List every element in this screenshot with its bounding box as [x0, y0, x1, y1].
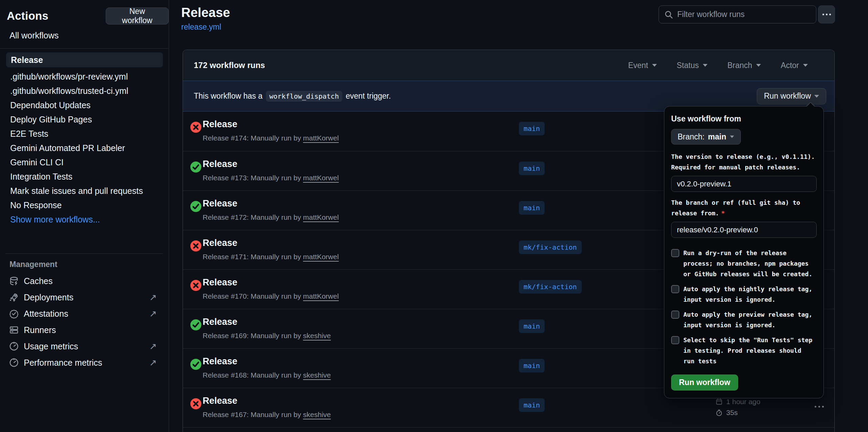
main-content: Release release.yml 172 workflow runs Ev… — [169, 0, 868, 432]
page-kebab-menu-button[interactable] — [818, 5, 835, 23]
run-success-icon — [190, 319, 202, 331]
filter-dropdown-event[interactable]: Event — [628, 61, 657, 70]
filter-dropdown-actor[interactable]: Actor — [781, 61, 808, 70]
sidebar-item-performance-metrics[interactable]: Performance metrics↗ — [0, 354, 168, 371]
run-description: Release #170: Manually run by mattKorwel — [203, 292, 339, 300]
version-field-label: The version to release (e.g., v0.1.11). … — [671, 151, 817, 172]
show-more-workflows-link[interactable]: Show more workflows... — [0, 212, 168, 227]
runs-filters: EventStatusBranchActor — [628, 61, 808, 70]
ref-input[interactable] — [671, 222, 817, 238]
run-title-link[interactable]: Release — [203, 356, 237, 367]
external-link-icon: ↗ — [149, 289, 157, 305]
filter-workflow-runs-input[interactable] — [677, 10, 811, 19]
run-actor-link[interactable]: skeshive — [303, 411, 331, 418]
sidebar-item-label: Usage metrics — [24, 338, 78, 354]
banner-text: This workflow has a workflow_dispatch ev… — [194, 91, 391, 102]
run-title-link[interactable]: Release — [203, 277, 237, 288]
sidebar-item-usage-metrics[interactable]: Usage metrics↗ — [0, 338, 168, 354]
run-description: Release #173: Manually run by mattKorwel — [203, 174, 339, 182]
run-failure-icon — [190, 121, 202, 133]
run-title-link[interactable]: Release — [203, 198, 237, 209]
sidebar-item-label: Runners — [24, 322, 56, 338]
branch-label[interactable]: main — [519, 359, 545, 372]
sidebar-item-runners[interactable]: Runners — [0, 322, 168, 338]
sidebar-item-gemini-cli-ci[interactable]: Gemini CLI CI — [0, 155, 168, 169]
run-workflow-submit-button[interactable]: Run workflow — [671, 375, 738, 391]
checkbox-2[interactable] — [671, 285, 679, 293]
actions-page: Actions New workflow All workflows Relea… — [0, 0, 868, 432]
run-actor-link[interactable]: mattKorwel — [303, 174, 339, 182]
sidebar-item-release[interactable]: Release — [6, 52, 163, 67]
sidebar-item-dependabot-updates[interactable]: Dependabot Updates — [0, 98, 168, 112]
run-failure-icon — [190, 279, 202, 292]
sidebar-item-github-workflows-trusted-ci-yml[interactable]: .github/workflows/trusted-ci.yml — [0, 84, 168, 98]
sidebar-item-gemini-automated-pr-labeler[interactable]: Gemini Automated PR Labeler — [0, 141, 168, 155]
checkbox-label: Auto apply the preview release tag, inpu… — [679, 309, 814, 330]
run-success-icon — [190, 358, 202, 370]
run-workflow-dropdown-button[interactable]: Run workflow — [757, 88, 826, 104]
version-input[interactable] — [671, 176, 817, 192]
sidebar-item-caches[interactable]: Caches — [0, 273, 168, 289]
run-actor-link[interactable]: skeshive — [303, 332, 331, 339]
checkbox-label: Run a dry-run of the release process; no… — [679, 248, 814, 279]
run-description: Release #168: Manually run by skeshive — [203, 371, 331, 379]
run-description: Release #171: Manually run by mattKorwel — [203, 253, 339, 261]
run-failure-icon — [190, 240, 202, 252]
rocket-icon — [9, 292, 19, 302]
run-meta: 1 hour ago35s — [715, 396, 760, 418]
calendar-icon — [715, 398, 723, 405]
run-actor-link[interactable]: mattKorwel — [303, 292, 339, 300]
chevron-down-icon — [814, 95, 819, 98]
branch-select-button[interactable]: Branch:main — [671, 129, 741, 145]
run-title-link[interactable]: Release — [203, 119, 237, 130]
chevron-down-icon — [803, 64, 808, 67]
checkbox-3[interactable] — [671, 311, 679, 319]
run-description: Release #174: Manually run by mattKorwel — [203, 134, 339, 142]
run-actor-link[interactable]: skeshive — [303, 371, 331, 379]
management-heading: Management — [10, 260, 57, 269]
run-actor-link[interactable]: mattKorwel — [303, 213, 339, 221]
checkbox-label: Select to skip the "Run Tests" step in t… — [679, 335, 814, 366]
verified-icon — [9, 309, 19, 319]
sidebar-item-e2e-tests[interactable]: E2E Tests — [0, 127, 168, 141]
sidebar-item-label: Attestations — [24, 305, 68, 322]
branch-label[interactable]: main — [519, 398, 545, 412]
branch-label[interactable]: main — [519, 319, 545, 333]
run-title-link[interactable]: Release — [203, 159, 237, 169]
branch-label[interactable]: mk/fix-action — [519, 240, 582, 254]
new-workflow-button[interactable]: New workflow — [106, 7, 169, 24]
runs-panel-header: 172 workflow runs EventStatusBranchActor — [183, 50, 834, 81]
run-actor-link[interactable]: mattKorwel — [303, 253, 339, 261]
filter-dropdown-status[interactable]: Status — [677, 61, 708, 70]
run-kebab-menu-button[interactable] — [812, 403, 827, 410]
run-actor-link[interactable]: mattKorwel — [303, 134, 339, 142]
workflow-nav: Release.github/workflows/pr-review.yml.g… — [0, 51, 168, 227]
filter-dropdown-branch[interactable]: Branch — [727, 61, 761, 70]
checkbox-4[interactable] — [671, 336, 679, 344]
dialog-checkbox-row: Run a dry-run of the release process; no… — [671, 248, 817, 279]
sidebar-item-all-workflows[interactable]: All workflows — [10, 31, 58, 40]
dialog-title: Use workflow from — [671, 114, 817, 123]
sidebar-item-no-response[interactable]: No Response — [0, 198, 168, 212]
branch-label[interactable]: main — [519, 122, 545, 135]
workflow-file-link[interactable]: release.yml — [181, 22, 221, 32]
chevron-down-icon — [703, 64, 708, 67]
sidebar-item-deployments[interactable]: Deployments↗ — [0, 289, 168, 305]
sidebar-item-deploy-github-pages[interactable]: Deploy GitHub Pages — [0, 112, 168, 127]
dialog-checkbox-row: Auto apply the preview release tag, inpu… — [671, 309, 817, 330]
sidebar-item-github-workflows-pr-review-yml[interactable]: .github/workflows/pr-review.yml — [0, 69, 168, 84]
checkbox-1[interactable] — [671, 249, 679, 257]
chevron-down-icon — [730, 136, 734, 138]
run-title-link[interactable]: Release — [203, 396, 237, 406]
run-title-link[interactable]: Release — [203, 238, 237, 248]
server-icon — [9, 325, 19, 335]
run-title-link[interactable]: Release — [203, 317, 237, 327]
branch-label[interactable]: mk/fix-action — [519, 280, 582, 294]
sidebar-item-attestations[interactable]: Attestations↗ — [0, 305, 168, 322]
sidebar-item-label: Caches — [24, 273, 53, 289]
sidebar-item-mark-stale-issues-and-pull-requests[interactable]: Mark stale issues and pull requests — [0, 184, 168, 198]
run-duration-text: 35s — [726, 409, 738, 417]
sidebar-item-integration-tests[interactable]: Integration Tests — [0, 169, 168, 184]
branch-label[interactable]: main — [519, 162, 545, 175]
branch-label[interactable]: main — [519, 201, 545, 215]
